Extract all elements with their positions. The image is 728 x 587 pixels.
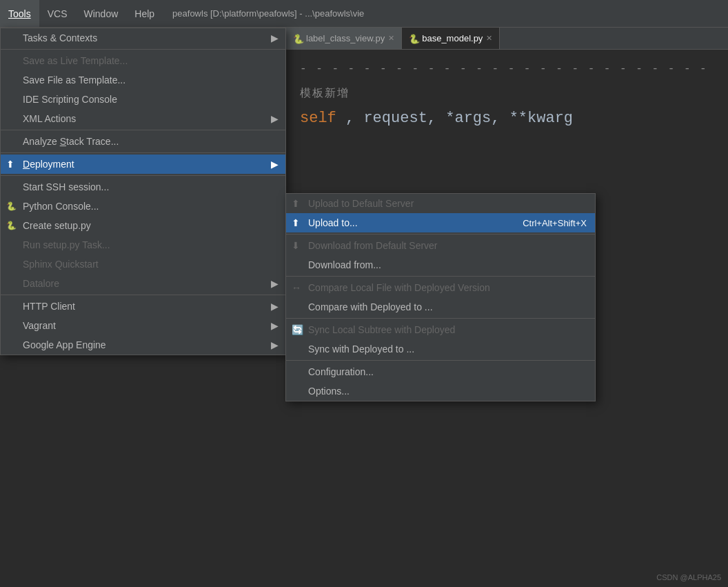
menubar-window[interactable]: Window xyxy=(75,0,126,27)
arrow-icon-deployment: ▶ xyxy=(271,159,279,170)
download-default-icon: ⬇ xyxy=(292,240,300,251)
menu-save-file-template[interactable]: Save File as Template... xyxy=(1,70,285,90)
arrow-icon-http: ▶ xyxy=(271,301,279,312)
submenu-separator-1 xyxy=(286,234,595,235)
menu-deployment[interactable]: ⬆ Deployment ▶ xyxy=(1,155,285,174)
tools-dropdown: Tasks & Contexts ▶ Save as Live Template… xyxy=(0,28,286,355)
menu-tasks-contexts[interactable]: Tasks & Contexts ▶ xyxy=(1,28,285,48)
code-rest: , request, *args, **kwarg xyxy=(345,110,573,127)
submenu-options[interactable]: Options... xyxy=(286,381,595,401)
menu-start-ssh[interactable]: Start SSH session... xyxy=(1,177,285,197)
upload-shortcut: Ctrl+Alt+Shift+X xyxy=(523,218,587,228)
arrow-icon-vagrant: ▶ xyxy=(271,320,279,331)
menu-ide-scripting-console[interactable]: IDE Scripting Console xyxy=(1,90,285,109)
menu-save-live-template[interactable]: Save as Live Template... xyxy=(1,51,285,70)
menu-datalore[interactable]: Datalore ▶ xyxy=(1,274,285,293)
submenu-download-default[interactable]: ⬇ Download from Default Server xyxy=(286,236,595,255)
compare-icon: ↔ xyxy=(292,282,301,293)
menu-separator-3 xyxy=(1,152,285,153)
menu-create-setup[interactable]: 🐍 Create setup.py xyxy=(1,216,285,235)
menu-separator-1 xyxy=(1,49,285,50)
deployment-submenu: ⬆ Upload to Default Server ⬆ Upload to..… xyxy=(285,193,596,401)
submenu-compare-local[interactable]: ↔ Compare Local File with Deployed Versi… xyxy=(286,278,595,297)
menu-http-client[interactable]: HTTP Client ▶ xyxy=(1,297,285,316)
submenu-separator-3 xyxy=(286,318,595,319)
tab-close-base-model[interactable]: ✕ xyxy=(486,34,492,43)
python-file-icon-2: 🐍 xyxy=(409,34,418,43)
menu-google-app-engine[interactable]: Google App Engine ▶ xyxy=(1,335,285,355)
upload-icon: ⬆ xyxy=(292,217,300,228)
deployment-icon: ⬆ xyxy=(6,159,14,170)
editor-code-line: self , request, *args, **kwarg xyxy=(300,106,714,131)
python-icon: 🐍 xyxy=(6,201,17,211)
menu-run-setup-task[interactable]: Run setup.py Task... xyxy=(1,235,285,255)
menu-sphinx-quickstart[interactable]: Sphinx Quickstart xyxy=(1,255,285,274)
editor-dashed-line: - - - - - - - - - - - - - - - - - - - - … xyxy=(300,57,714,106)
submenu-upload-default[interactable]: ⬆ Upload to Default Server xyxy=(286,194,595,213)
menu-xml-actions[interactable]: XML Actions ▶ xyxy=(1,109,285,128)
python-icon-2: 🐍 xyxy=(6,221,17,230)
menubar: Tools VCS Window Help peafowls [D:\platf… xyxy=(0,0,728,28)
watermark: CSDN @ALPHA25 xyxy=(656,573,721,581)
menubar-help[interactable]: Help xyxy=(126,0,163,27)
menu-separator-2 xyxy=(1,130,285,130)
arrow-icon: ▶ xyxy=(271,32,279,43)
menubar-vcs[interactable]: VCS xyxy=(39,0,76,27)
arrow-icon-gae: ▶ xyxy=(271,339,279,350)
window-title: peafowls [D:\platform\peafowls] - ...\pe… xyxy=(163,3,374,24)
submenu-separator-4 xyxy=(286,360,595,361)
arrow-icon-xml: ▶ xyxy=(271,113,279,124)
menu-vagrant[interactable]: Vagrant ▶ xyxy=(1,316,285,335)
keyword-self: self xyxy=(300,110,336,127)
menu-separator-5 xyxy=(1,295,285,295)
submenu-sync-deployed[interactable]: Sync with Deployed to ... xyxy=(286,339,595,359)
tabs-bar: 🐍 label_class_view.py ✕ 🐍 base_model.py … xyxy=(286,28,728,50)
tab-label-class-view[interactable]: 🐍 label_class_view.py ✕ xyxy=(286,28,402,49)
menu-separator-4 xyxy=(1,175,285,176)
python-file-icon: 🐍 xyxy=(293,34,303,43)
submenu-compare-deployed[interactable]: Compare with Deployed to ... xyxy=(286,297,595,317)
submenu-configuration[interactable]: Configuration... xyxy=(286,362,595,381)
tab-close-label-class[interactable]: ✕ xyxy=(388,34,394,43)
menubar-tools[interactable]: Tools xyxy=(0,0,39,27)
tab-base-model[interactable]: 🐍 base_model.py ✕ xyxy=(402,28,500,49)
submenu-upload-to[interactable]: ⬆ Upload to... Ctrl+Alt+Shift+X xyxy=(286,213,595,232)
sync-icon: 🔄 xyxy=(292,324,303,335)
menu-python-console[interactable]: 🐍 Python Console... xyxy=(1,197,285,216)
menu-analyze-stack-trace[interactable]: Analyze Stack Trace... xyxy=(1,132,285,151)
submenu-sync-subtree[interactable]: 🔄 Sync Local Subtree with Deployed xyxy=(286,320,595,339)
submenu-separator-2 xyxy=(286,276,595,277)
submenu-download-from[interactable]: Download from... xyxy=(286,255,595,275)
arrow-icon-datalore: ▶ xyxy=(271,278,279,289)
upload-default-icon: ⬆ xyxy=(292,198,300,209)
